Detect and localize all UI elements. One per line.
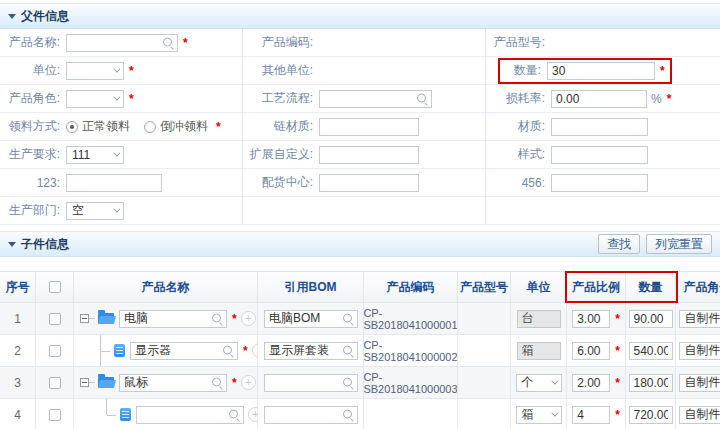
chain-material-input[interactable] [319, 118, 419, 136]
role-select[interactable]: 自制件 [679, 342, 720, 360]
product-name-input[interactable] [119, 374, 227, 392]
row-checkbox[interactable] [49, 345, 61, 357]
product-name-input[interactable] [66, 34, 178, 52]
picking-method-label: 领料方式: [0, 118, 66, 135]
radio-backflush-picking[interactable] [144, 121, 156, 133]
row-name-cell [74, 399, 258, 429]
row-code: CP-SB2018041000002 [364, 335, 458, 366]
search-icon[interactable] [343, 313, 354, 324]
field-456-input[interactable] [551, 174, 648, 192]
qty-input[interactable] [629, 342, 673, 360]
reset-column-width-button[interactable]: 列宽重置 [646, 234, 712, 254]
required-marker [216, 120, 221, 134]
unit-select[interactable]: 个 [516, 374, 562, 392]
search-icon[interactable] [343, 345, 354, 356]
row-checkbox[interactable] [49, 409, 61, 421]
row-model [458, 303, 511, 334]
row-model [458, 367, 511, 398]
col-seq: 序号 [0, 272, 36, 302]
name-search-box [130, 342, 238, 360]
tree-line [89, 318, 95, 319]
row-seq: 4 [0, 399, 36, 429]
tree-collapse-icon[interactable] [80, 378, 89, 387]
chevron-down-icon [551, 378, 558, 385]
search-button[interactable]: 查找 [598, 234, 640, 254]
col-model: 产品型号 [458, 272, 511, 302]
name-search-box [119, 374, 227, 392]
search-icon[interactable] [212, 377, 223, 388]
search-icon[interactable] [223, 345, 234, 356]
search-icon[interactable] [417, 93, 428, 104]
ratio-input[interactable] [572, 406, 610, 424]
child-section-title-wrap[interactable]: 子件信息 [8, 236, 69, 253]
col-name: 产品名称 [74, 272, 258, 302]
search-icon[interactable] [212, 313, 223, 324]
row-qty-cell [626, 399, 676, 429]
loss-rate-input[interactable] [551, 90, 647, 108]
table-row: 2 CP-SB2018041000002 [0, 335, 720, 367]
qty-input[interactable] [629, 374, 673, 392]
role-select[interactable]: 自制件 [679, 310, 720, 328]
dist-center-label: 配货中心: [243, 174, 319, 191]
field-123-input[interactable] [66, 174, 162, 192]
row-unit-cell [511, 303, 567, 334]
parent-section-title-wrap[interactable]: 父件信息 [8, 8, 69, 25]
product-name-input[interactable] [130, 342, 238, 360]
ext-custom-input[interactable] [319, 146, 419, 164]
unit-select[interactable]: 箱 [516, 406, 562, 424]
field-123: 123: [0, 169, 243, 197]
collapse-triangle-icon [8, 242, 16, 247]
required-marker [660, 64, 665, 78]
prod-dept-label: 生产部门: [0, 202, 66, 219]
material-input[interactable] [551, 118, 648, 136]
col-unit: 单位 [511, 272, 567, 302]
qty-input[interactable] [629, 406, 673, 424]
dist-center-input[interactable] [319, 174, 419, 192]
field-product-role: 产品角色: [0, 85, 243, 113]
ratio-input[interactable] [572, 310, 610, 328]
document-icon [120, 408, 131, 421]
parent-section-header: 父件信息 [0, 3, 720, 29]
add-row-icon[interactable] [248, 407, 258, 422]
radio-normal-picking[interactable] [66, 121, 78, 133]
add-row-icon[interactable] [241, 375, 256, 390]
select-all-checkbox[interactable] [49, 281, 61, 293]
radio-normal-picking-label[interactable]: 正常领料 [82, 118, 130, 135]
row-checkbox[interactable] [49, 377, 61, 389]
radio-backflush-picking-label[interactable]: 倒冲领料 [160, 118, 208, 135]
process-label: 工艺流程: [243, 90, 319, 107]
add-row-icon[interactable] [241, 311, 256, 326]
chevron-down-icon [113, 66, 120, 73]
ratio-input[interactable] [572, 374, 610, 392]
chevron-down-icon [113, 206, 120, 213]
ratio-input[interactable] [572, 342, 610, 360]
qty-input[interactable] [629, 310, 673, 328]
row-checkbox[interactable] [49, 313, 61, 325]
required-marker [615, 344, 620, 358]
product-name-input[interactable] [119, 310, 227, 328]
search-icon[interactable] [163, 37, 174, 48]
row-checkbox-cell [36, 303, 74, 334]
product-role-select[interactable] [66, 90, 124, 108]
product-model-label: 产品型号: [486, 34, 551, 51]
process-input[interactable] [319, 90, 432, 108]
unit-select[interactable] [66, 62, 124, 80]
search-icon[interactable] [229, 409, 240, 420]
child-table: 序号 产品名称 引用BOM 产品编码 产品型号 单位 产品比例 数量 产品角色 … [0, 271, 720, 429]
prod-dept-select[interactable]: 空 [66, 202, 124, 220]
required-marker [129, 92, 134, 106]
role-select[interactable]: 自制件 [679, 374, 720, 392]
field-456-label: 456: [486, 176, 551, 190]
search-icon[interactable] [343, 409, 354, 420]
product-name-input[interactable] [136, 406, 244, 424]
production-req-select[interactable]: 111 [66, 146, 124, 164]
style-input[interactable] [551, 146, 648, 164]
unit-input-disabled [517, 342, 561, 360]
role-select[interactable]: 自制件 [679, 406, 720, 424]
folder-icon [98, 313, 114, 324]
percent-suffix: % [651, 92, 662, 106]
quantity-input[interactable] [547, 62, 655, 80]
row-qty-cell [626, 367, 676, 398]
tree-collapse-icon[interactable] [80, 314, 89, 323]
search-icon[interactable] [343, 377, 354, 388]
